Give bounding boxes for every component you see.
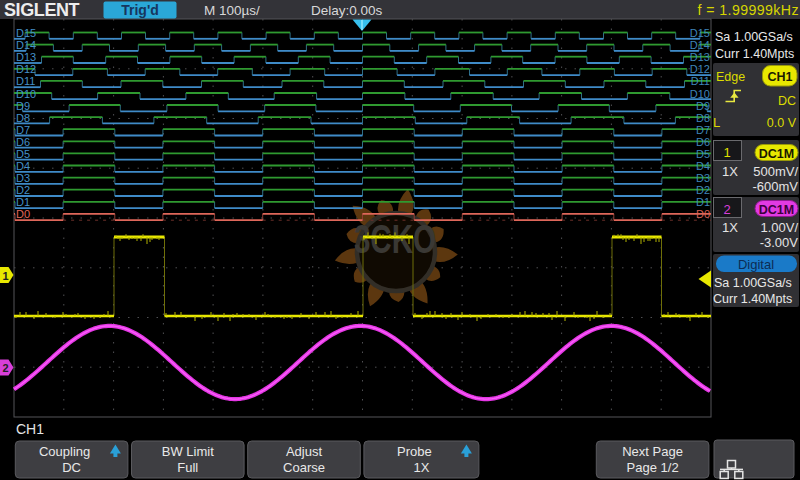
svg-text:D1: D1 [696, 196, 710, 208]
svg-text:2: 2 [723, 202, 730, 217]
svg-text:D4: D4 [16, 160, 30, 172]
svg-text:D8: D8 [696, 112, 710, 124]
svg-text:f = 1.99999kHz: f = 1.99999kHz [698, 2, 799, 18]
svg-text:D12: D12 [690, 63, 710, 75]
svg-text:Sa 1.00GSa/s: Sa 1.00GSa/s [714, 276, 792, 290]
svg-text:Next Page: Next Page [622, 444, 683, 459]
svg-text:D14: D14 [16, 39, 36, 51]
svg-text:Edge: Edge [716, 70, 745, 84]
svg-text:D1: D1 [16, 196, 30, 208]
svg-text:500mV/: 500mV/ [753, 164, 798, 179]
svg-text:1X: 1X [722, 164, 738, 179]
svg-text:Full: Full [177, 460, 198, 475]
svg-text:Adjust: Adjust [286, 444, 323, 459]
svg-text:D10: D10 [16, 88, 36, 100]
svg-text:DC1M: DC1M [759, 203, 794, 217]
svg-text:D0: D0 [16, 208, 30, 220]
svg-text:CH1: CH1 [767, 70, 792, 84]
svg-text:CH1: CH1 [16, 421, 44, 437]
svg-text:DC: DC [62, 460, 81, 475]
svg-text:D0: D0 [696, 208, 710, 220]
svg-text:1X: 1X [722, 220, 738, 235]
svg-text:Curr 1.40Mpts: Curr 1.40Mpts [715, 47, 794, 61]
svg-text:1: 1 [3, 270, 9, 282]
svg-text:D6: D6 [16, 136, 30, 148]
svg-text:D5: D5 [696, 148, 710, 160]
svg-text:D6: D6 [696, 136, 710, 148]
svg-text:D15: D15 [16, 27, 36, 39]
svg-text:M 100µs/: M 100µs/ [204, 3, 260, 18]
svg-text:3CKO: 3CKO [354, 217, 436, 261]
svg-text:Trig'd: Trig'd [121, 2, 159, 18]
svg-text:Curr 1.40Mpts: Curr 1.40Mpts [713, 292, 792, 306]
svg-text:D8: D8 [16, 112, 30, 124]
svg-text:D9: D9 [16, 100, 30, 112]
svg-text:L: L [713, 115, 720, 130]
svg-text:Sa 1.00GSa/s: Sa 1.00GSa/s [715, 30, 793, 44]
svg-text:Coarse: Coarse [283, 460, 325, 475]
svg-text:1X: 1X [413, 460, 429, 475]
svg-text:D3: D3 [16, 172, 30, 184]
svg-text:BW Limit: BW Limit [162, 444, 214, 459]
svg-text:D15: D15 [690, 27, 710, 39]
svg-text:D9: D9 [696, 100, 710, 112]
svg-text:0.0 V: 0.0 V [767, 116, 797, 130]
svg-text:D5: D5 [16, 148, 30, 160]
svg-text:2: 2 [3, 362, 9, 374]
svg-text:D12: D12 [16, 63, 36, 75]
svg-text:D13: D13 [690, 51, 710, 63]
svg-text:Probe: Probe [397, 444, 432, 459]
svg-text:D11: D11 [691, 75, 710, 87]
svg-text:Digital: Digital [738, 257, 774, 272]
svg-text:DC1M: DC1M [759, 147, 794, 161]
svg-text:SIGLENT: SIGLENT [4, 0, 80, 20]
svg-text:1: 1 [723, 145, 730, 160]
svg-text:D14: D14 [690, 39, 710, 51]
svg-text:D2: D2 [696, 184, 710, 196]
svg-text:D7: D7 [696, 124, 710, 136]
svg-text:D13: D13 [16, 51, 36, 63]
svg-text:1.00V/: 1.00V/ [760, 220, 798, 235]
svg-text:D4: D4 [696, 160, 710, 172]
svg-text:Delay:0.00s: Delay:0.00s [311, 3, 383, 18]
svg-text:DC: DC [778, 94, 796, 108]
svg-text:D3: D3 [696, 172, 710, 184]
svg-text:D11: D11 [16, 75, 35, 87]
svg-text:Page 1/2: Page 1/2 [627, 460, 679, 475]
svg-text:Coupling: Coupling [39, 444, 90, 459]
svg-text:-3.00V: -3.00V [760, 235, 799, 250]
svg-text:-600mV: -600mV [752, 179, 798, 194]
svg-text:D7: D7 [16, 124, 30, 136]
svg-text:D10: D10 [690, 88, 710, 100]
svg-text:D2: D2 [16, 184, 30, 196]
